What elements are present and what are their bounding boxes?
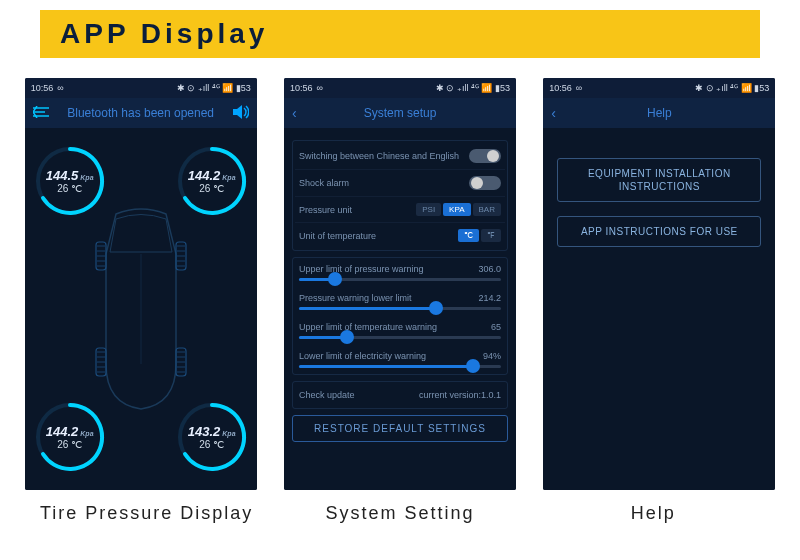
- seg-bar[interactable]: BAR: [473, 203, 501, 216]
- phone-screen-2: 10:56∞ ✱ ⊙ ₊ıll ⁴ᴳ 📶 ▮53 ‹ System setup …: [284, 78, 516, 490]
- app-header-2: ‹ System setup: [284, 98, 516, 128]
- slider-label: Pressure warning lower limit: [299, 293, 412, 303]
- infinity-icon: ∞: [317, 83, 323, 93]
- tire-fl-unit: Kpa: [80, 174, 93, 181]
- banner: APP Display: [40, 10, 760, 58]
- slider-value: 214.2: [478, 293, 501, 303]
- caption-3: Help: [537, 502, 769, 525]
- back-icon[interactable]: ‹: [292, 105, 297, 121]
- check-update-label: Check update: [299, 390, 355, 400]
- sound-icon[interactable]: [233, 105, 249, 122]
- pressure-unit-row: Pressure unit PSI KPA BAR: [295, 197, 505, 223]
- restore-defaults-button[interactable]: RESTORE DEFAULT SETTINGS: [292, 415, 508, 442]
- slider-label: Upper limit of temperature warning: [299, 322, 437, 332]
- tire-gauge-rr[interactable]: 143.2Kpa 26 ℃: [177, 402, 247, 472]
- toggle-icon[interactable]: [469, 176, 501, 190]
- caption-1: Tire Pressure Display: [31, 502, 263, 525]
- slider-label: Lower limit of electricity warning: [299, 351, 426, 361]
- temp-unit-row: Unit of temperature ℃ ℉: [295, 223, 505, 248]
- svg-rect-3: [233, 109, 237, 115]
- status-time: 10:56: [290, 83, 313, 93]
- check-update-row[interactable]: Check update current version:1.0.1: [295, 384, 505, 406]
- slider-value: 306.0: [478, 264, 501, 274]
- banner-title: APP Display: [60, 18, 740, 50]
- captions-row: Tire Pressure Display System Setting Hel…: [0, 490, 800, 525]
- tire-rl-pressure: 144.2: [46, 424, 79, 439]
- language-toggle-row[interactable]: Switching between Chinese and English: [295, 143, 505, 170]
- tire-gauge-fr[interactable]: 144.2Kpa 26 ℃: [177, 146, 247, 216]
- lower-elec-slider[interactable]: Lower limit of electricity warning94%: [295, 347, 505, 372]
- slider-value: 94%: [483, 351, 501, 361]
- tire-fl-pressure: 144.5: [46, 168, 79, 183]
- status-time: 10:56: [31, 83, 54, 93]
- tire-rr-pressure: 143.2: [188, 424, 221, 439]
- app-header-3: ‹ Help: [543, 98, 775, 128]
- pressure-unit-label: Pressure unit: [299, 205, 352, 215]
- toggle-icon[interactable]: [469, 149, 501, 163]
- status-icons: ✱ ⊙ ₊ıll ⁴ᴳ 📶 ▮53: [177, 83, 251, 93]
- infinity-icon: ∞: [57, 83, 63, 93]
- slider-label: Upper limit of pressure warning: [299, 264, 424, 274]
- bluetooth-status-text: Bluetooth has been opened: [67, 106, 214, 120]
- upper-pressure-slider[interactable]: Upper limit of pressure warning306.0: [295, 260, 505, 289]
- status-bar: 10:56∞ ✱ ⊙ ₊ıll ⁴ᴳ 📶 ▮53: [284, 78, 516, 98]
- shock-alarm-row[interactable]: Shock alarm: [295, 170, 505, 197]
- seg-psi[interactable]: PSI: [416, 203, 441, 216]
- tire-fl-temp: 26 ℃: [57, 183, 82, 194]
- pressure-unit-segment[interactable]: PSI KPA BAR: [416, 203, 501, 216]
- caption-2: System Setting: [284, 502, 516, 525]
- tire-fr-pressure: 144.2: [188, 168, 221, 183]
- temp-unit-label: Unit of temperature: [299, 231, 376, 241]
- app-header-1: Bluetooth has been opened: [25, 98, 257, 128]
- status-time: 10:56: [549, 83, 572, 93]
- status-icons: ✱ ⊙ ₊ıll ⁴ᴳ 📶 ▮53: [695, 83, 769, 93]
- language-label: Switching between Chinese and English: [299, 151, 459, 161]
- status-icons: ✱ ⊙ ₊ıll ⁴ᴳ 📶 ▮53: [436, 83, 510, 93]
- phone-screen-3: 10:56∞ ✱ ⊙ ₊ıll ⁴ᴳ 📶 ▮53 ‹ Help EQUIPMEN…: [543, 78, 775, 490]
- infinity-icon: ∞: [576, 83, 582, 93]
- lower-pressure-slider[interactable]: Pressure warning lower limit214.2: [295, 289, 505, 318]
- tire-rl-unit: Kpa: [80, 430, 93, 437]
- tire-gauge-fl[interactable]: 144.5Kpa 26 ℃: [35, 146, 105, 216]
- svg-marker-4: [237, 105, 242, 119]
- equipment-install-button[interactable]: EQUIPMENT INSTALLATION INSTRUCTIONS: [557, 158, 761, 202]
- help-body: EQUIPMENT INSTALLATION INSTRUCTIONS APP …: [543, 128, 775, 490]
- menu-icon[interactable]: [33, 105, 49, 121]
- screens-row: 10:56 ∞ ✱ ⊙ ₊ıll ⁴ᴳ 📶 ▮53 Bluetooth has …: [0, 78, 800, 490]
- phone-screen-1: 10:56 ∞ ✱ ⊙ ₊ıll ⁴ᴳ 📶 ▮53 Bluetooth has …: [25, 78, 257, 490]
- header-title: System setup: [364, 106, 437, 120]
- upper-temp-slider[interactable]: Upper limit of temperature warning65: [295, 318, 505, 347]
- settings-body: Switching between Chinese and English Sh…: [284, 128, 516, 490]
- seg-c[interactable]: ℃: [458, 229, 479, 242]
- app-instructions-button[interactable]: APP INSTRUCTIONS FOR USE: [557, 216, 761, 247]
- back-icon[interactable]: ‹: [551, 105, 556, 121]
- header-title: Help: [647, 106, 672, 120]
- tire-fr-unit: Kpa: [222, 174, 235, 181]
- status-bar: 10:56∞ ✱ ⊙ ₊ıll ⁴ᴳ 📶 ▮53: [543, 78, 775, 98]
- tire-gauge-rl[interactable]: 144.2Kpa 26 ℃: [35, 402, 105, 472]
- version-value: 1.0.1: [481, 390, 501, 400]
- tire-rr-temp: 26 ℃: [199, 439, 224, 450]
- version-label: current version:: [419, 390, 481, 400]
- tire-rr-unit: Kpa: [222, 430, 235, 437]
- slider-value: 65: [491, 322, 501, 332]
- tire-rl-temp: 26 ℃: [57, 439, 82, 450]
- seg-f[interactable]: ℉: [481, 229, 501, 242]
- temp-unit-segment[interactable]: ℃ ℉: [458, 229, 501, 242]
- tire-fr-temp: 26 ℃: [199, 183, 224, 194]
- seg-kpa[interactable]: KPA: [443, 203, 470, 216]
- car-outline: [86, 204, 196, 414]
- status-bar: 10:56 ∞ ✱ ⊙ ₊ıll ⁴ᴳ 📶 ▮53: [25, 78, 257, 98]
- tire-display-body: 144.5Kpa 26 ℃ 144.2Kpa 26 ℃ 144.2Kpa 26 …: [25, 128, 257, 490]
- shock-label: Shock alarm: [299, 178, 349, 188]
